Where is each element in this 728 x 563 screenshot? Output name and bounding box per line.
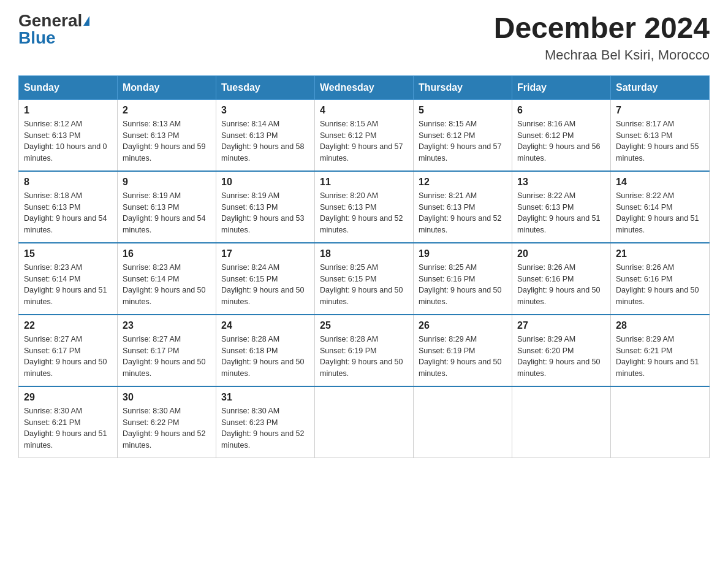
day-info: Sunrise: 8:29 AM Sunset: 6:21 PM Dayligh… xyxy=(616,334,704,380)
col-tuesday: Tuesday xyxy=(216,75,315,99)
day-number: 13 xyxy=(517,177,605,188)
day-number: 17 xyxy=(221,248,309,259)
page-header: General Blue December 2024 Mechraa Bel K… xyxy=(18,12,710,63)
day-number: 25 xyxy=(320,320,408,331)
day-info: Sunrise: 8:30 AM Sunset: 6:23 PM Dayligh… xyxy=(221,405,309,451)
day-number: 6 xyxy=(517,105,605,116)
location-subtitle: Mechraa Bel Ksiri, Morocco xyxy=(494,47,710,63)
table-row: 25 Sunrise: 8:28 AM Sunset: 6:19 PM Dayl… xyxy=(315,315,414,386)
table-row: 23 Sunrise: 8:27 AM Sunset: 6:17 PM Dayl… xyxy=(118,315,216,386)
day-info: Sunrise: 8:19 AM Sunset: 6:13 PM Dayligh… xyxy=(221,190,309,236)
table-row: 18 Sunrise: 8:25 AM Sunset: 6:15 PM Dayl… xyxy=(315,243,414,315)
calendar-header-row: Sunday Monday Tuesday Wednesday Thursday… xyxy=(19,75,710,99)
day-info: Sunrise: 8:22 AM Sunset: 6:13 PM Dayligh… xyxy=(517,190,605,236)
table-row: 13 Sunrise: 8:22 AM Sunset: 6:13 PM Dayl… xyxy=(512,171,611,243)
day-number: 16 xyxy=(123,248,211,259)
day-number: 7 xyxy=(616,105,704,116)
day-info: Sunrise: 8:27 AM Sunset: 6:17 PM Dayligh… xyxy=(123,334,211,380)
day-info: Sunrise: 8:29 AM Sunset: 6:19 PM Dayligh… xyxy=(419,334,507,380)
day-info: Sunrise: 8:12 AM Sunset: 6:13 PM Dayligh… xyxy=(24,118,112,164)
day-info: Sunrise: 8:21 AM Sunset: 6:13 PM Dayligh… xyxy=(419,190,507,236)
calendar-week-1: 1 Sunrise: 8:12 AM Sunset: 6:13 PM Dayli… xyxy=(19,99,710,171)
day-info: Sunrise: 8:30 AM Sunset: 6:21 PM Dayligh… xyxy=(24,405,112,451)
day-number: 12 xyxy=(419,177,507,188)
table-row: 29 Sunrise: 8:30 AM Sunset: 6:21 PM Dayl… xyxy=(19,386,118,458)
calendar-table: Sunday Monday Tuesday Wednesday Thursday… xyxy=(18,75,710,458)
month-year-title: December 2024 xyxy=(494,12,710,45)
day-number: 18 xyxy=(320,248,408,259)
logo-blue-text: Blue xyxy=(18,29,56,47)
col-sunday: Sunday xyxy=(19,75,118,99)
table-row xyxy=(315,386,414,458)
day-info: Sunrise: 8:23 AM Sunset: 6:14 PM Dayligh… xyxy=(24,262,112,308)
calendar-week-4: 22 Sunrise: 8:27 AM Sunset: 6:17 PM Dayl… xyxy=(19,315,710,386)
table-row: 14 Sunrise: 8:22 AM Sunset: 6:14 PM Dayl… xyxy=(611,171,710,243)
table-row: 3 Sunrise: 8:14 AM Sunset: 6:13 PM Dayli… xyxy=(216,99,315,171)
calendar-week-5: 29 Sunrise: 8:30 AM Sunset: 6:21 PM Dayl… xyxy=(19,386,710,458)
day-info: Sunrise: 8:29 AM Sunset: 6:20 PM Dayligh… xyxy=(517,334,605,380)
day-info: Sunrise: 8:26 AM Sunset: 6:16 PM Dayligh… xyxy=(616,262,704,308)
day-number: 27 xyxy=(517,320,605,331)
day-info: Sunrise: 8:13 AM Sunset: 6:13 PM Dayligh… xyxy=(123,118,211,164)
calendar-week-3: 15 Sunrise: 8:23 AM Sunset: 6:14 PM Dayl… xyxy=(19,243,710,315)
title-block: December 2024 Mechraa Bel Ksiri, Morocco xyxy=(494,12,710,63)
table-row xyxy=(512,386,611,458)
table-row: 31 Sunrise: 8:30 AM Sunset: 6:23 PM Dayl… xyxy=(216,386,315,458)
day-info: Sunrise: 8:27 AM Sunset: 6:17 PM Dayligh… xyxy=(24,334,112,380)
day-number: 14 xyxy=(616,177,704,188)
col-monday: Monday xyxy=(118,75,216,99)
logo-triangle-icon xyxy=(83,16,89,26)
day-number: 15 xyxy=(24,248,112,259)
logo-general-text: General xyxy=(18,12,82,29)
day-info: Sunrise: 8:17 AM Sunset: 6:13 PM Dayligh… xyxy=(616,118,704,164)
day-info: Sunrise: 8:30 AM Sunset: 6:22 PM Dayligh… xyxy=(123,405,211,451)
day-number: 1 xyxy=(24,105,112,116)
day-number: 3 xyxy=(221,105,309,116)
day-number: 11 xyxy=(320,177,408,188)
day-info: Sunrise: 8:26 AM Sunset: 6:16 PM Dayligh… xyxy=(517,262,605,308)
table-row: 24 Sunrise: 8:28 AM Sunset: 6:18 PM Dayl… xyxy=(216,315,315,386)
day-info: Sunrise: 8:23 AM Sunset: 6:14 PM Dayligh… xyxy=(123,262,211,308)
table-row: 4 Sunrise: 8:15 AM Sunset: 6:12 PM Dayli… xyxy=(315,99,414,171)
table-row: 10 Sunrise: 8:19 AM Sunset: 6:13 PM Dayl… xyxy=(216,171,315,243)
col-friday: Friday xyxy=(512,75,611,99)
day-number: 24 xyxy=(221,320,309,331)
day-info: Sunrise: 8:15 AM Sunset: 6:12 PM Dayligh… xyxy=(419,118,507,164)
col-thursday: Thursday xyxy=(414,75,512,99)
table-row: 30 Sunrise: 8:30 AM Sunset: 6:22 PM Dayl… xyxy=(118,386,216,458)
table-row: 15 Sunrise: 8:23 AM Sunset: 6:14 PM Dayl… xyxy=(19,243,118,315)
day-number: 20 xyxy=(517,248,605,259)
table-row: 21 Sunrise: 8:26 AM Sunset: 6:16 PM Dayl… xyxy=(611,243,710,315)
day-info: Sunrise: 8:25 AM Sunset: 6:15 PM Dayligh… xyxy=(320,262,408,308)
day-number: 31 xyxy=(221,392,309,403)
day-number: 21 xyxy=(616,248,704,259)
table-row: 27 Sunrise: 8:29 AM Sunset: 6:20 PM Dayl… xyxy=(512,315,611,386)
table-row: 20 Sunrise: 8:26 AM Sunset: 6:16 PM Dayl… xyxy=(512,243,611,315)
day-number: 8 xyxy=(24,177,112,188)
day-number: 5 xyxy=(419,105,507,116)
day-number: 29 xyxy=(24,392,112,403)
logo: General Blue xyxy=(18,12,89,47)
table-row xyxy=(611,386,710,458)
day-number: 28 xyxy=(616,320,704,331)
table-row: 6 Sunrise: 8:16 AM Sunset: 6:12 PM Dayli… xyxy=(512,99,611,171)
table-row: 7 Sunrise: 8:17 AM Sunset: 6:13 PM Dayli… xyxy=(611,99,710,171)
day-info: Sunrise: 8:24 AM Sunset: 6:15 PM Dayligh… xyxy=(221,262,309,308)
day-info: Sunrise: 8:16 AM Sunset: 6:12 PM Dayligh… xyxy=(517,118,605,164)
calendar-week-2: 8 Sunrise: 8:18 AM Sunset: 6:13 PM Dayli… xyxy=(19,171,710,243)
day-info: Sunrise: 8:25 AM Sunset: 6:16 PM Dayligh… xyxy=(419,262,507,308)
table-row: 5 Sunrise: 8:15 AM Sunset: 6:12 PM Dayli… xyxy=(414,99,512,171)
table-row: 16 Sunrise: 8:23 AM Sunset: 6:14 PM Dayl… xyxy=(118,243,216,315)
table-row: 12 Sunrise: 8:21 AM Sunset: 6:13 PM Dayl… xyxy=(414,171,512,243)
day-info: Sunrise: 8:28 AM Sunset: 6:18 PM Dayligh… xyxy=(221,334,309,380)
table-row: 11 Sunrise: 8:20 AM Sunset: 6:13 PM Dayl… xyxy=(315,171,414,243)
table-row xyxy=(414,386,512,458)
col-saturday: Saturday xyxy=(611,75,710,99)
col-wednesday: Wednesday xyxy=(315,75,414,99)
day-info: Sunrise: 8:22 AM Sunset: 6:14 PM Dayligh… xyxy=(616,190,704,236)
day-number: 19 xyxy=(419,248,507,259)
day-number: 2 xyxy=(123,105,211,116)
table-row: 1 Sunrise: 8:12 AM Sunset: 6:13 PM Dayli… xyxy=(19,99,118,171)
day-number: 10 xyxy=(221,177,309,188)
day-number: 4 xyxy=(320,105,408,116)
